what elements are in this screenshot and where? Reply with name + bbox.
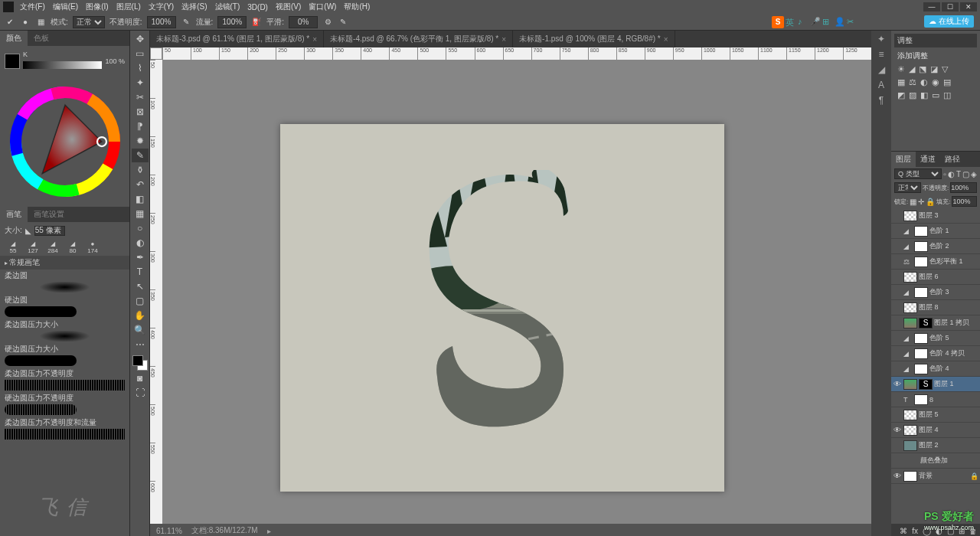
brush-size-input[interactable] [34,226,65,236]
preset-5[interactable]: ●174 [84,240,101,254]
blend-select[interactable]: 正常 [894,182,921,193]
heal-tool[interactable]: ✹ [132,134,149,148]
layer-row[interactable]: ◢色阶 2 [891,239,980,254]
dodge-tool[interactable]: ◐ [132,236,149,250]
preset-4[interactable]: ◢80 [64,240,81,254]
levels-icon[interactable]: ◢ [909,64,915,74]
gear-icon[interactable]: ⚙ [322,17,333,28]
layer-row[interactable]: T8 [891,392,980,407]
paragraph-icon[interactable]: ◢ [878,64,885,75]
flow-input[interactable] [217,16,247,28]
color-swatches[interactable] [132,355,148,371]
hand-tool[interactable]: ✋ [132,309,149,322]
window-maximize[interactable]: ☐ [942,2,959,11]
layer-row[interactable]: ◢色阶 4 拷贝 [891,346,980,361]
menu-window[interactable]: 窗口(W) [309,2,336,12]
layer-row[interactable]: 图层 3 [891,208,980,224]
layer-row[interactable]: ⚖色彩平衡 1 [891,254,980,270]
filter-adj-icon[interactable]: ◐ [948,170,955,178]
airbrush-icon[interactable]: ⛽ [251,17,262,28]
threshold-icon[interactable]: ◧ [920,90,928,100]
visibility-toggle[interactable]: 👁 [893,472,902,480]
screenmode-tool[interactable]: ⛶ [132,386,149,400]
layer-row[interactable]: ◢色阶 3 [891,285,980,300]
selective-icon[interactable]: ◫ [943,90,951,100]
crop-tool[interactable]: ✂ [132,90,149,104]
filter-smart-icon[interactable]: ◈ [971,170,977,178]
color-wheel[interactable] [8,84,122,199]
sogou-icon[interactable]: S [772,16,784,28]
foreground-swatch[interactable] [5,54,20,69]
layer-list[interactable]: 图层 3◢色阶 1◢色阶 2⚖色彩平衡 1图层 6◢色阶 3图层 8S图层 1 … [891,208,980,524]
menu-edit[interactable]: 编辑(E) [53,2,78,12]
layer-row[interactable]: 颜色叠加 [891,453,980,469]
preset-3[interactable]: ◢284 [44,240,61,254]
gradient-map-icon[interactable]: ▭ [932,90,939,100]
actions-icon[interactable]: A [878,80,884,90]
channels-tab[interactable]: 通道 [916,152,940,167]
brush-tool[interactable]: ✎ [132,149,149,162]
eyedropper-tool[interactable]: ⁋ [132,119,149,133]
blend-mode-select[interactable]: 正常 [73,16,105,28]
layer-kind-filter[interactable]: Q 类型 [894,168,942,179]
quickmask-tool[interactable]: ◙ [132,371,149,385]
wand-tool[interactable]: ✦ [132,76,149,90]
zoom-level[interactable]: 61.11% [156,527,182,535]
layer-row[interactable]: 👁S图层 1 [891,377,980,392]
gradient-tool[interactable]: ▦ [132,207,149,221]
visibility-toggle[interactable]: 👁 [893,380,902,388]
adjust-tab[interactable]: 调整 [894,34,977,47]
doc-tab-2[interactable]: 未标题-4.psd @ 66.7% (色彩平衡 1, 图层蒙版/8) *× [324,31,513,47]
brush-list[interactable]: 常规画笔柔边圆硬边圆柔边圆压力大小硬边圆压力大小柔边圆压力不透明度硬边圆压力不透… [0,256,129,440]
menu-layer[interactable]: 图层(L) [116,2,141,12]
brush-item[interactable]: 硬边圆压力不透明度 [0,392,129,417]
window-minimize[interactable]: — [923,2,940,11]
bw-icon[interactable]: ◐ [920,77,928,87]
char-icon[interactable]: ≡ [878,49,884,60]
layer-row[interactable]: 图层 8 [891,300,980,315]
fx-icon[interactable]: fx [912,527,918,535]
menu-help[interactable]: 帮助(H) [344,2,370,12]
history-icon[interactable]: ✦ [877,34,885,44]
doc-tab-3[interactable]: 未标题-1.psd @ 100% (图层 4, RGB/8#) *× [513,31,675,47]
frame-tool[interactable]: ⊠ [132,105,149,119]
color-tab[interactable]: 颜色 [0,31,28,46]
balance-icon[interactable]: ⚖ [909,77,916,87]
move-tool[interactable]: ✥ [132,32,149,46]
marquee-tool[interactable]: ▭ [132,47,149,60]
layer-row[interactable]: S图层 1 拷贝 [891,315,980,331]
menu-text[interactable]: 文字(Y) [149,2,174,12]
layer-row[interactable]: 图层 5 [891,407,980,423]
brush-item[interactable]: 柔边圆压力大小 [0,319,129,343]
brush-item[interactable]: 柔边圆 [0,270,129,294]
layer-row[interactable]: ◢色阶 1 [891,224,980,239]
eraser-tool[interactable]: ◧ [132,192,149,206]
filter-shape-icon[interactable]: ▢ [962,170,969,178]
vibrance-icon[interactable]: ▽ [942,64,948,74]
window-close[interactable]: ✕ [960,2,977,11]
layer-fill[interactable] [952,196,977,207]
ext-icon-5[interactable]: 👤 [835,17,845,28]
cloud-upload-button[interactable]: 在线上传 [924,15,974,28]
layer-opacity[interactable] [950,182,977,193]
preset-1[interactable]: ◢55 [5,240,21,254]
shape-tool[interactable]: ▢ [132,294,149,308]
close-icon[interactable]: × [664,35,668,44]
curves-icon[interactable]: ⬔ [919,64,926,74]
status-arrow-icon[interactable]: ▸ [267,527,271,535]
lasso-tool[interactable]: ⌇ [132,61,149,75]
brush-item[interactable]: 柔边圆压力不透明度和流量 [0,417,129,440]
ext-icon-3[interactable]: 🎤 [810,17,821,28]
menu-filter[interactable]: 滤镜(T) [215,2,240,12]
visibility-toggle[interactable]: 👁 [893,426,902,434]
menu-file[interactable]: 文件(F) [20,2,45,12]
photo-filter-icon[interactable]: ◉ [932,77,939,87]
blur-tool[interactable]: ○ [132,221,149,235]
menu-image[interactable]: 图像(I) [86,2,108,12]
brush-panel-icon[interactable]: ▦ [35,17,46,28]
zoom-tool[interactable]: 🔍 [132,323,149,337]
lock-position-icon[interactable]: ✛ [918,198,924,206]
canvas[interactable]: 5010015020025030035040045050055060065070… [150,47,871,524]
info-icon[interactable]: ¶ [879,95,884,106]
paths-tab[interactable]: 路径 [940,152,965,167]
